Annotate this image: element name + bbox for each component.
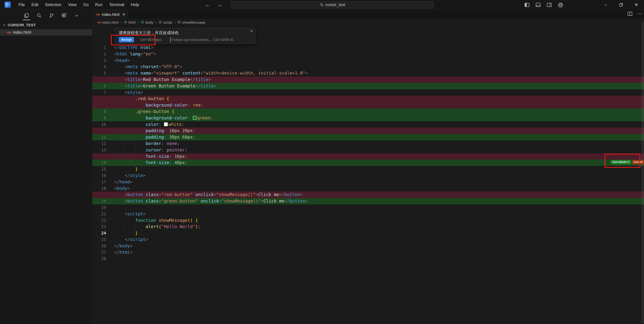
code-line-15[interactable]: 15}	[92, 166, 644, 172]
sidebar-item-index-html[interactable]: <> index.html	[0, 29, 92, 36]
forward-icon[interactable]: →	[217, 2, 222, 8]
input-caret	[170, 37, 170, 42]
code-line-6[interactable]: 6<title>Green Button Example</title>	[92, 83, 644, 89]
menu-item-terminal[interactable]: Terminal	[109, 2, 124, 7]
tab-close-icon[interactable]: ✕	[122, 12, 125, 17]
code-line-22[interactable]: 22function showMessage() {	[92, 217, 644, 224]
symbol-element-icon	[141, 21, 144, 24]
search-input[interactable]: cursor_test	[231, 1, 434, 8]
code-line-diff-9[interactable]: background-color: red;	[92, 102, 644, 108]
code-line-5[interactable]: 5<meta name="viewport" content="width=de…	[92, 70, 644, 76]
code-line-diff-13[interactable]: padding: 10px 20px;	[92, 128, 644, 134]
code-line-diff-23[interactable]: <button class="red-button" onclick="show…	[92, 192, 644, 198]
line-content: background-color: red;	[107, 102, 203, 108]
code-line-24[interactable]: 24}	[92, 230, 644, 236]
code-line-27[interactable]: 27</html>	[92, 249, 644, 256]
line-number: 13	[92, 147, 107, 153]
code-line-9[interactable]: 9background-color: green;	[92, 115, 644, 121]
code-line-26[interactable]: 26</body>	[92, 243, 644, 249]
breadcrumb-item-script[interactable]: script	[159, 20, 172, 24]
line-number: 12	[92, 140, 107, 147]
app-logo-icon	[4, 2, 11, 8]
split-editor-icon[interactable]	[627, 11, 632, 16]
code-line-diff-8[interactable]: .red-button {	[92, 96, 644, 102]
code-line-28[interactable]: 28	[92, 256, 644, 262]
search-value: cursor_test	[326, 2, 345, 7]
chat-prompt-text: 请将按钮变大三倍，并且改成绿色	[119, 30, 256, 36]
chevron-down-icon[interactable]	[73, 12, 80, 19]
menu-item-edit[interactable]: Edit	[32, 2, 38, 7]
reject-button[interactable]: Ctrl+⌫ Reject	[140, 38, 161, 42]
code-line-17[interactable]: 17</head>	[92, 179, 644, 185]
code-line-21[interactable]: 21<script>	[92, 211, 644, 217]
line-number: 22	[92, 217, 107, 224]
code-line-10[interactable]: 10color: white;	[92, 121, 644, 128]
editor-scrollbar[interactable]	[642, 22, 644, 323]
code-line-2[interactable]: 2<html lang="en">	[92, 51, 644, 57]
menu-item-view[interactable]: View	[68, 2, 76, 7]
toggle-panel-icon[interactable]	[536, 2, 541, 8]
line-content: alert("Hello World");	[107, 224, 201, 230]
restore-button[interactable]	[614, 0, 629, 10]
search-sidebar-icon[interactable]	[36, 12, 43, 19]
code-line-25[interactable]: 25</script>	[92, 236, 644, 243]
toggle-primary-sidebar-icon[interactable]	[524, 2, 530, 8]
close-window-button[interactable]: ✕	[629, 0, 644, 10]
line-content: function showMessage() {	[107, 217, 198, 224]
line-content: <body>	[107, 185, 130, 192]
code-line-8[interactable]: 8.green-button {	[92, 108, 644, 115]
toggle-secondary-sidebar-icon[interactable]	[547, 2, 552, 8]
line-number: 11	[92, 134, 107, 140]
menu-item-run[interactable]: Run	[95, 2, 102, 7]
menu-item-go[interactable]: Go	[83, 2, 89, 7]
code-line-1[interactable]: 1<!DOCTYPE html>	[92, 44, 644, 51]
explorer-files-icon[interactable]	[23, 12, 30, 19]
file-name-label: index.html	[13, 30, 31, 35]
menu-item-selection[interactable]: Selection	[45, 2, 62, 7]
line-number: 25	[92, 236, 107, 243]
code-line-20[interactable]: 20	[92, 204, 644, 211]
settings-gear-icon[interactable]	[558, 2, 563, 8]
section-chevron-down-icon	[2, 23, 6, 27]
breadcrumb-item-html[interactable]: html	[124, 20, 136, 24]
restore-icon	[619, 3, 623, 7]
line-content: <title>Red Button Example</title>	[107, 76, 211, 83]
breadcrumb-item-showmessage[interactable]: showMessage	[178, 20, 206, 24]
code-line-diff-5[interactable]: <title>Red Button Example</title>	[92, 76, 644, 83]
line-number: 7	[92, 89, 107, 96]
tab-index-html[interactable]: <> index.html ✕	[92, 10, 128, 19]
code-line-3[interactable]: 3<head>	[92, 57, 644, 64]
code-line-19[interactable]: 19<button class="green-button" onclick="…	[92, 198, 644, 204]
line-content: <button class="green-button" onclick="sh…	[107, 198, 308, 204]
breadcrumb-item-body[interactable]: body	[141, 20, 154, 24]
line-number: 3	[92, 57, 107, 64]
back-icon[interactable]: ←	[205, 2, 210, 8]
extensions-icon[interactable]	[60, 12, 68, 19]
code-editor[interactable]: 1<!DOCTYPE html>2<html lang="en">3<head>…	[92, 44, 644, 262]
code-line-18[interactable]: 18<body>	[92, 185, 644, 192]
code-line-14[interactable]: 14font-size: 48px;	[92, 160, 644, 166]
sidebar: CURSOR_TEST <> index.html	[0, 10, 92, 324]
code-line-13[interactable]: 13cursor: pointer;	[92, 147, 644, 153]
line-content: <button class="red-button" onclick="show…	[107, 192, 303, 198]
line-content: background-color: green;	[107, 115, 213, 121]
more-actions-icon[interactable]: ⋯	[637, 11, 642, 16]
code-line-7[interactable]: 7<style>	[92, 89, 644, 96]
minimize-button[interactable]: –	[598, 0, 614, 10]
code-line-11[interactable]: 11padding: 30px 60px;	[92, 134, 644, 140]
line-content: </html>	[107, 249, 132, 256]
code-line-diff-17[interactable]: font-size: 16px;	[92, 153, 644, 160]
tab-bar: <> index.html ✕	[92, 10, 644, 19]
explorer-section-header[interactable]: CURSOR_TEST	[0, 20, 92, 28]
code-line-16[interactable]: 16</style>	[92, 172, 644, 179]
menu-item-file[interactable]: File	[18, 2, 25, 7]
menu-item-help[interactable]: Help	[131, 2, 139, 7]
breadcrumb-item-index-html[interactable]: <>index.html	[97, 20, 118, 24]
followup-input[interactable]: Follow-up instructions... Ctrl+Shift+K	[172, 38, 234, 42]
accept-button[interactable]: Accept	[119, 37, 134, 42]
code-line-23[interactable]: 23alert("Hello World");	[92, 224, 644, 230]
code-line-4[interactable]: 4<meta charset="UTF-8">	[92, 64, 644, 70]
widget-close-icon[interactable]: ✕	[250, 29, 253, 33]
source-control-icon[interactable]	[48, 12, 55, 19]
code-line-12[interactable]: 12border: none;	[92, 140, 644, 147]
